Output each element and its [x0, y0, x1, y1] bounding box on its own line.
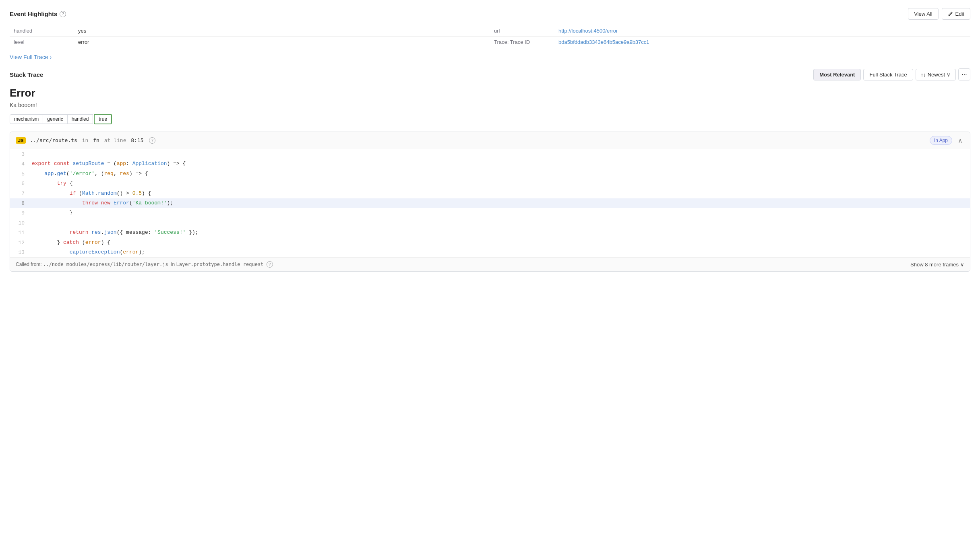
line-content-4: export const setupRoute = (app: Applicat…	[30, 159, 970, 169]
stack-trace-title: Stack Trace	[10, 71, 43, 78]
line-num-12: 12	[10, 238, 30, 247]
highlight-row-level: level error	[10, 37, 490, 47]
code-line-3: 3	[10, 149, 970, 159]
line-content-3	[30, 149, 970, 159]
line-content-11: return res.json({ message: 'Success!' })…	[30, 228, 970, 237]
frame-file-info: ../src/route.ts in fn at line 8:15 ?	[30, 137, 926, 144]
tag-generic[interactable]: generic	[43, 114, 67, 124]
tags-row: mechanism generic handled true	[10, 114, 970, 124]
code-line-12: 12 } catch (error) {	[10, 238, 970, 247]
line-num-11: 11	[10, 228, 30, 237]
collapse-icon: ∧	[958, 137, 963, 144]
highlight-key-trace: Trace: Trace ID	[494, 39, 558, 45]
frame-fn-name: fn	[93, 137, 99, 143]
in-app-badge: In App	[930, 136, 952, 145]
line-content-7: if (Math.random() > 0.5) {	[30, 189, 970, 198]
highlights-left-col: handled yes level error	[10, 25, 490, 47]
sort-icon: ↑↓	[921, 72, 926, 78]
view-full-trace-label: View Full Trace	[10, 54, 48, 60]
most-relevant-button[interactable]: Most Relevant	[813, 69, 861, 80]
code-line-7: 7 if (Math.random() > 0.5) {	[10, 189, 970, 198]
event-highlights-header: Event Highlights ? View All Edit	[10, 8, 970, 20]
line-num-9: 9	[10, 208, 30, 218]
line-num-3: 3	[10, 149, 30, 159]
line-content-12: } catch (error) {	[30, 238, 970, 247]
frame-help-icon[interactable]: ?	[149, 137, 155, 144]
line-num-8: 8	[10, 198, 30, 208]
line-content-6: try {	[30, 179, 970, 188]
more-icon: ···	[961, 71, 967, 78]
line-num-5: 5	[10, 169, 30, 179]
line-num-10: 10	[10, 218, 30, 228]
show-more-frames-label: Show 8 more frames	[910, 262, 959, 268]
line-num-6: 6	[10, 179, 30, 188]
highlight-row-handled: handled yes	[10, 25, 490, 37]
called-from-fn: Layer.prototype.handle_request	[176, 262, 264, 267]
code-line-5: 5 app.get('/error', (req, res) => {	[10, 169, 970, 179]
frame-collapse-button[interactable]: ∧	[956, 137, 964, 144]
line-content-5: app.get('/error', (req, res) => {	[30, 169, 970, 179]
tag-handled[interactable]: handled	[68, 114, 93, 124]
js-badge: JS	[16, 137, 26, 144]
tag-true[interactable]: true	[94, 114, 112, 124]
full-stack-trace-button[interactable]: Full Stack Trace	[863, 69, 913, 80]
code-line-10: 10	[10, 218, 970, 228]
called-from-label: Called from:	[16, 262, 42, 267]
highlight-value-url[interactable]: http://localhost:4500/error	[558, 28, 966, 34]
called-from-help-icon[interactable]: ?	[267, 261, 273, 268]
line-num-7: 7	[10, 189, 30, 198]
event-highlights-help-icon[interactable]: ?	[60, 11, 66, 17]
stack-trace-header: Stack Trace Most Relevant Full Stack Tra…	[10, 68, 970, 80]
code-line-9: 9 }	[10, 208, 970, 218]
frame-filename: ../src/route.ts	[30, 137, 77, 143]
highlight-key-url: url	[494, 28, 558, 34]
show-more-frames-chevron: ∨	[960, 262, 964, 268]
frame-line-col: 8:15	[131, 137, 143, 143]
code-line-6: 6 try {	[10, 179, 970, 188]
header-actions: View All Edit	[908, 8, 970, 20]
edit-button[interactable]: Edit	[942, 8, 970, 20]
sort-button[interactable]: ↑↓ Newest ∨	[916, 69, 956, 80]
line-content-9: }	[30, 208, 970, 218]
page-container: Event Highlights ? View All Edit handled…	[0, 0, 980, 286]
show-more-frames-button[interactable]: Show 8 more frames ∨	[910, 262, 964, 268]
highlight-value-level: error	[78, 39, 486, 45]
frame-footer: Called from: ../node_modules/express/lib…	[10, 257, 970, 271]
frame-in-keyword: in	[82, 137, 91, 143]
more-button[interactable]: ···	[958, 68, 970, 80]
stack-trace-actions: Most Relevant Full Stack Trace ↑↓ Newest…	[813, 68, 970, 80]
line-content-10	[30, 218, 970, 228]
event-highlights-title: Event Highlights ?	[10, 10, 66, 17]
line-content-13: captureException(error);	[30, 247, 970, 257]
line-num-4: 4	[10, 159, 30, 169]
stack-frame: JS ../src/route.ts in fn at line 8:15 ? …	[10, 132, 970, 272]
section-title-text: Event Highlights	[10, 10, 57, 17]
edit-icon	[948, 11, 953, 16]
view-full-trace-chevron: ›	[50, 54, 52, 60]
view-full-trace-container: View Full Trace ›	[10, 54, 970, 60]
view-all-button[interactable]: View All	[908, 8, 938, 20]
tag-mechanism[interactable]: mechanism	[10, 114, 43, 124]
called-from-file: ../node_modules/express/lib/router/layer…	[43, 262, 171, 267]
code-line-4: 4 export const setupRoute = (app: Applic…	[10, 159, 970, 169]
code-line-13: 13 captureException(error);	[10, 247, 970, 257]
frame-at-keyword: at line	[104, 137, 130, 143]
code-line-8: 8 throw new Error('Ka booom!');	[10, 198, 970, 208]
code-block: 3 4 export const setupRoute = (app: Appl…	[10, 149, 970, 257]
line-content-8: throw new Error('Ka booom!');	[30, 198, 970, 208]
view-full-trace-link[interactable]: View Full Trace ›	[10, 54, 52, 60]
line-num-13: 13	[10, 247, 30, 257]
highlight-value-handled: yes	[78, 28, 486, 34]
code-line-11: 11 return res.json({ message: 'Success!'…	[10, 228, 970, 237]
called-from-in: in	[171, 262, 176, 267]
called-from-text: Called from: ../node_modules/express/lib…	[16, 261, 273, 268]
highlight-value-trace[interactable]: bda5bfddadb3343e64b5ace9a9b37cc1	[558, 39, 966, 45]
frame-header: JS ../src/route.ts in fn at line 8:15 ? …	[10, 132, 970, 149]
highlights-right-col: url http://localhost:4500/error Trace: T…	[490, 25, 970, 47]
highlight-key-level: level	[14, 39, 78, 45]
highlight-row-url: url http://localhost:4500/error	[490, 25, 970, 37]
highlights-grid: handled yes level error url http://local…	[10, 25, 970, 47]
error-message: Ka booom!	[10, 102, 970, 108]
highlight-row-trace: Trace: Trace ID bda5bfddadb3343e64b5ace9…	[490, 37, 970, 47]
sort-chevron-icon: ∨	[947, 72, 951, 78]
